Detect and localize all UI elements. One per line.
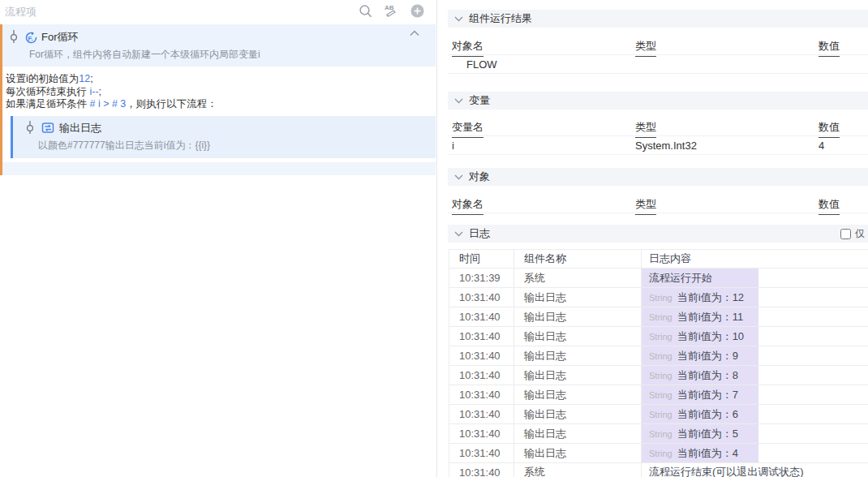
output-log-block[interactable]: 输出日志 以颜色#777777输出日志当前i值为：{{i}} [11, 116, 436, 158]
breakpoint-anchor-icon[interactable] [8, 29, 19, 45]
for-init-line: 设置i的初始值为12; [6, 73, 436, 86]
breakpoint-anchor-icon[interactable] [24, 120, 36, 136]
log-message: String当前i值为：9 [642, 346, 758, 365]
column-header: 时间 [449, 250, 514, 269]
log-message: String当前i值为：8 [642, 366, 758, 385]
log-message: String当前i值为：11 [642, 307, 758, 326]
panel-divider [436, 0, 437, 477]
output-log-description: 以颜色#777777输出日志当前i值为：{{i}} [38, 139, 436, 153]
chevron-down-icon [454, 174, 463, 180]
column-header[interactable]: 变量名 [452, 118, 483, 138]
svg-text:AB: AB [385, 4, 394, 11]
for-loop-title: For循环 [41, 30, 79, 45]
log-message: 流程运行开始 [642, 269, 758, 287]
log-message: String当前i值为：4 [642, 444, 758, 462]
section-logs[interactable]: 日志 仅 [448, 225, 868, 243]
log-row[interactable]: 10:31:40 输出日志 String当前i值为：11 [449, 307, 868, 327]
debug-results-panel: 组件运行结果 对象名 类型 数值 FLOW 变量 变量名 类型 数值 i Sys… [438, 0, 868, 477]
log-table-header: 时间 组件名称 日志内容 [449, 250, 868, 269]
log-row[interactable]: 10:31:40 输出日志 String当前i值为：10 [449, 327, 868, 346]
log-row[interactable]: 10:31:40 输出日志 String当前i值为：9 [449, 346, 868, 366]
results-table-header: 对象名 类型 数值 [448, 37, 868, 55]
flow-editor-panel: 流程项 AB F. For循环 [0, 0, 436, 477]
section-objects[interactable]: 对象 [448, 168, 868, 186]
logs-filter-checkbox[interactable] [840, 229, 851, 239]
section-title: 组件运行结果 [469, 11, 532, 26]
for-loop-block[interactable]: F. For循环 For循环，组件内将自动新建一个本级循环内局部变量i 设置i的… [0, 24, 436, 175]
log-message: String当前i值为：10 [642, 327, 758, 346]
column-header[interactable]: 类型 [635, 37, 656, 57]
objects-table: 对象名 类型 数值 [448, 195, 868, 213]
variables-table-header: 变量名 类型 数值 [448, 118, 868, 136]
column-header[interactable]: 类型 [635, 118, 656, 138]
log-row[interactable]: 10:31:40 输出日志 String当前i值为：7 [449, 385, 868, 405]
for-loop-description: For循环，组件内将自动新建一个本级循环内局部变量i [29, 48, 436, 62]
section-title: 对象 [469, 170, 490, 184]
add-icon[interactable] [409, 2, 425, 19]
for-step-line: 每次循环结束执行 i--; [6, 86, 436, 99]
log-message: String当前i值为：12 [642, 288, 758, 307]
column-header[interactable]: 类型 [635, 195, 656, 215]
log-table: 时间 组件名称 日志内容 10:31:39 系统 流程运行开始 10:31:40… [449, 249, 868, 477]
section-component-results[interactable]: 组件运行结果 [448, 10, 868, 28]
log-message: 流程运行结束(可以退出调试状态) [642, 465, 868, 477]
for-condition-line: 如果满足循环条件 # i > # 3，则执行以下流程： [6, 98, 436, 111]
logs-filter-label: 仅 [855, 227, 865, 241]
log-row[interactable]: 10:31:40 输出日志 String当前i值为：4 [449, 444, 868, 463]
batch-rename-icon[interactable]: AB [383, 2, 399, 19]
log-message: String当前i值为：5 [642, 424, 758, 443]
column-header[interactable]: 数值 [819, 37, 840, 57]
log-row[interactable]: 10:31:40 输出日志 String当前i值为：5 [449, 424, 868, 444]
log-row[interactable]: 10:31:40 输出日志 String当前i值为：6 [449, 405, 868, 424]
column-header[interactable]: 数值 [819, 118, 840, 138]
flow-panel-header: 流程项 AB [0, 0, 436, 23]
for-loop-header: F. For循环 For循环，组件内将自动新建一个本级循环内局部变量i [2, 24, 436, 67]
section-title: 日志 [469, 226, 490, 241]
section-variables[interactable]: 变量 [448, 92, 868, 110]
section-title: 变量 [469, 93, 490, 108]
table-row[interactable]: i System.Int32 4 [448, 136, 868, 155]
for-loop-icon: F. [24, 31, 38, 45]
svg-text:F.: F. [28, 34, 33, 41]
output-log-icon [41, 122, 55, 135]
table-row[interactable]: FLOW [448, 55, 868, 74]
column-header[interactable]: 对象名 [452, 37, 483, 57]
log-message: String当前i值为：7 [642, 385, 758, 404]
log-row[interactable]: 10:31:40 输出日志 String当前i值为：12 [449, 288, 868, 307]
collapse-chevron-icon[interactable] [410, 30, 419, 37]
flow-panel-title: 流程项 [5, 5, 37, 19]
results-table: 对象名 类型 数值 FLOW [448, 37, 868, 74]
variables-table: 变量名 类型 数值 i System.Int32 4 [448, 118, 868, 155]
for-loop-footer [2, 162, 436, 175]
log-row[interactable]: 10:31:39 系统 流程运行开始 [449, 269, 868, 288]
chevron-down-icon [454, 98, 463, 104]
column-header[interactable]: 数值 [819, 195, 840, 215]
objects-table-header: 对象名 类型 数值 [448, 195, 868, 213]
column-header[interactable]: 对象名 [452, 195, 483, 215]
column-header: 组件名称 [514, 250, 642, 269]
log-row[interactable]: 10:31:40 系统 流程运行结束(可以退出调试状态) [449, 463, 868, 477]
search-icon[interactable] [357, 2, 373, 19]
output-log-title: 输出日志 [59, 121, 101, 135]
chevron-down-icon [454, 16, 463, 22]
column-header: 日志内容 [642, 250, 868, 269]
log-row[interactable]: 10:31:40 输出日志 String当前i值为：8 [449, 366, 868, 385]
log-message: String当前i值为：6 [642, 405, 758, 423]
chevron-down-icon [454, 231, 463, 237]
for-loop-config-text: 设置i的初始值为12; 每次循环结束执行 i--; 如果满足循环条件 # i >… [2, 67, 436, 116]
